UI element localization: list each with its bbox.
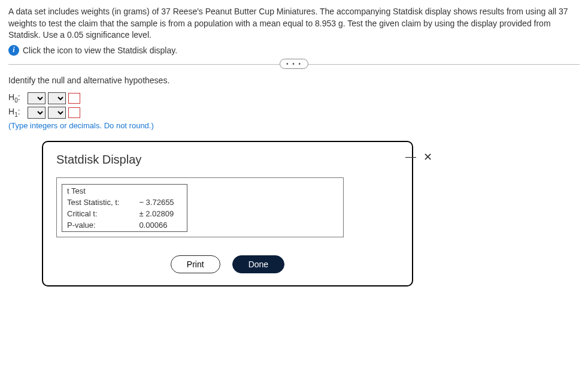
question-prompt: Identify the null and alternative hypoth…	[8, 76, 580, 85]
dialog-title: Statdisk Display	[56, 153, 399, 167]
statdisk-dialog: — ✕ Statdisk Display t Test Test Statist…	[42, 141, 413, 286]
table-row: t Test	[63, 186, 186, 196]
statdisk-output-box: t Test Test Statistic, t: − 3.72655 Crit…	[56, 177, 344, 237]
window-controls: — ✕	[405, 150, 432, 164]
h1-value-input[interactable]	[68, 107, 80, 118]
statdisk-link-text[interactable]: Click the icon to view the Statdisk disp…	[23, 46, 177, 55]
h0-relation-select[interactable]	[48, 92, 66, 104]
row-value: − 3.72655	[135, 197, 186, 207]
done-button[interactable]: Done	[232, 255, 284, 273]
statdisk-results-table: t Test Test Statistic, t: − 3.72655 Crit…	[62, 184, 187, 232]
row-value: 0.00066	[135, 220, 186, 230]
h0-param-select[interactable]	[28, 92, 46, 104]
expand-button[interactable]: • • •	[280, 59, 308, 69]
table-row: P-value: 0.00066	[63, 220, 186, 230]
table-row: Test Statistic, t: − 3.72655	[63, 197, 186, 207]
h1-relation-select[interactable]	[48, 107, 66, 119]
h0-row: H0:	[8, 92, 580, 104]
table-row: Critical t: ± 2.02809	[63, 209, 186, 219]
h0-label: H0:	[8, 92, 25, 104]
row-label: P-value:	[63, 220, 134, 230]
minimize-icon[interactable]: —	[405, 150, 416, 164]
statdisk-link-row: i Click the icon to view the Statdisk di…	[8, 45, 580, 56]
info-icon[interactable]: i	[8, 45, 19, 56]
row-label: Test Statistic, t:	[63, 197, 134, 207]
print-button[interactable]: Print	[171, 255, 220, 273]
h1-row: H1:	[8, 107, 580, 119]
row-value: ± 2.02809	[135, 209, 186, 219]
problem-description: A data set includes weights (in grams) o…	[8, 6, 580, 41]
row-label: t Test	[63, 186, 186, 196]
h1-param-select[interactable]	[28, 107, 46, 119]
h1-label: H1:	[8, 107, 25, 118]
section-divider: • • •	[8, 64, 580, 65]
h0-value-input[interactable]	[68, 93, 80, 104]
row-label: Critical t:	[63, 209, 134, 219]
dialog-buttons: Print Done	[56, 255, 399, 273]
input-hint: (Type integers or decimals. Do not round…	[8, 121, 580, 130]
close-icon[interactable]: ✕	[423, 150, 432, 164]
